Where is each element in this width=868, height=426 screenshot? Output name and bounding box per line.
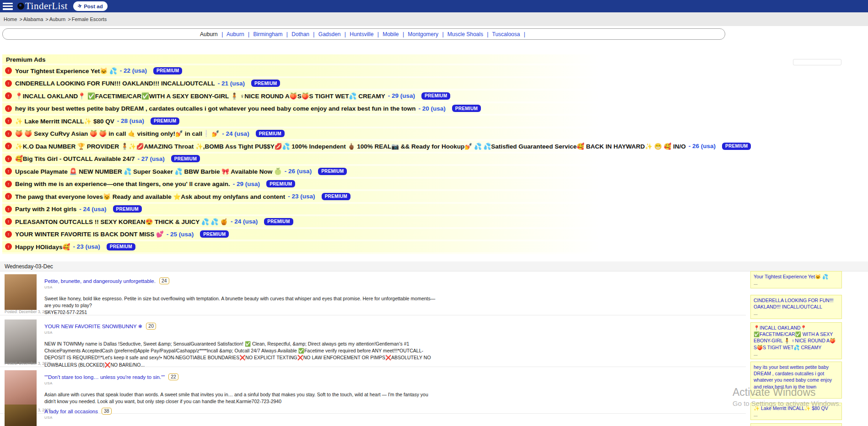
listing-title-link[interactable]: “"Don't stare too long… unless you're re… xyxy=(44,374,165,380)
brand-name: TinderList xyxy=(25,0,68,12)
sidebar-premium-link[interactable]: 📍INCALL OAKLAND📍 ✅FACETIME/CAR✅ WITH A S… xyxy=(754,325,839,351)
listing-thumbnail[interactable] xyxy=(5,320,37,364)
city-link[interactable]: Auburn xyxy=(226,31,244,37)
premium-ad-link[interactable]: The pawg that everyone loves😼 Ready and … xyxy=(15,193,285,200)
city-link[interactable]: Montgomery xyxy=(408,31,438,37)
premium-ad-row: ↑ Upscale Playmate 🚨 NEW NUMBER 💦 Super … xyxy=(2,166,731,179)
premium-badge: PREMIUM xyxy=(318,168,347,175)
date-header: Wednesday-03-Dec xyxy=(5,263,53,270)
city-link[interactable]: Muscle Shoals xyxy=(447,31,483,37)
brand-logo[interactable]: TinderList xyxy=(17,0,68,12)
bump-up-icon: ↑ xyxy=(5,155,12,162)
premium-ads-section: Premium Ads ↑ Your Tightest Experience Y… xyxy=(2,54,731,254)
sidebar-premium-box: CINDERELLA LOOKING FOR FUN!!! OAKLAND!!!… xyxy=(750,295,842,319)
premium-ad-age: - 23 (usa) xyxy=(73,243,100,250)
menu-icon[interactable] xyxy=(3,3,13,10)
listing-body: A lady for all occasions 38 USA xyxy=(44,404,746,420)
premium-ad-link[interactable]: Your Tightest Experience Yet🐱 💦 xyxy=(15,67,117,75)
listing-thumbnail[interactable] xyxy=(5,405,37,426)
sidebar-premium-link[interactable]: Your Tightest Experience Yet🐱 💦 xyxy=(754,273,839,280)
breadcrumb-link[interactable]: Alabama xyxy=(23,16,43,22)
post-ad-button[interactable]: ✈ Post ad xyxy=(73,1,108,11)
sidebar-premium-box xyxy=(750,423,842,426)
listing-title-link[interactable]: Petite, brunette, and dangerously unforg… xyxy=(44,278,156,284)
sidebar-more-dots: ... xyxy=(754,411,839,418)
listing-row: Petite, brunette, and dangerously unforg… xyxy=(0,273,746,315)
bump-up-icon: ↑ xyxy=(5,193,12,200)
bump-up-icon: ↑ xyxy=(5,105,12,112)
city-item: Tuscaloosa | xyxy=(492,31,528,37)
sidebar-more-dots: ... xyxy=(754,390,839,396)
listing-phone: SKYE702-577-2251 xyxy=(44,309,438,316)
listing-title-link[interactable]: A lady for all occasions xyxy=(44,409,98,414)
city-link[interactable]: Mobile xyxy=(383,31,399,37)
breadcrumb-link[interactable]: Auburn xyxy=(49,16,65,22)
listing-country: USA xyxy=(44,330,746,335)
bump-up-icon: ↑ xyxy=(5,218,12,225)
city-link[interactable]: Tuscaloosa xyxy=(492,31,520,37)
premium-badge: PREMIUM xyxy=(200,230,229,238)
city-separator: | xyxy=(377,31,379,37)
listing-country: USA xyxy=(44,381,746,385)
breadcrumb-link[interactable]: Female Escorts xyxy=(72,16,107,22)
sidebar-premium-box: hey its your best wettes petite baby DRE… xyxy=(750,362,842,399)
city-item: Montgomery | xyxy=(408,31,447,37)
premium-ad-link[interactable]: ✨K.O Daa NUMBER 🏆 PROVIDER 🧍🏾✨💋AMAZING T… xyxy=(15,143,686,150)
premium-ad-link[interactable]: Party with 2 Hot girls xyxy=(15,206,76,213)
city-link[interactable]: Birmingham xyxy=(253,31,282,37)
premium-badge: PREMIUM xyxy=(722,143,751,150)
city-item: Dothan | xyxy=(291,31,318,37)
breadcrumb-link[interactable]: Home xyxy=(4,16,17,22)
city-link[interactable]: Auburn xyxy=(200,31,218,37)
bump-up-icon: ↑ xyxy=(5,168,12,175)
city-separator: | xyxy=(286,31,288,37)
premium-ad-row: ↑ PLEASANTON OUTCALLS !! SEXY KOREAN😍 TH… xyxy=(2,216,731,229)
premium-badge: PREMIUM xyxy=(153,67,182,75)
premium-ad-row: ↑ 🥰Big Tits Girl - OUTCALL Available 24/… xyxy=(2,154,731,166)
premium-ad-link[interactable]: hey its your best wettes petite baby DRE… xyxy=(15,105,415,112)
city-link[interactable]: Dothan xyxy=(291,31,309,37)
listing-thumbnail[interactable] xyxy=(5,274,37,310)
listing-title-link[interactable]: YOUR NEW FAVORITE SNOWBUNNY ❄ xyxy=(44,323,142,330)
premium-ad-row: ↑ The pawg that everyone loves😼 Ready an… xyxy=(2,191,731,204)
breadcrumb-item: Auburn > xyxy=(49,16,72,22)
breadcrumb-item: Alabama > xyxy=(23,16,49,22)
post-ad-label: Post ad xyxy=(84,4,103,9)
sidebar-more-dots: ... xyxy=(754,280,839,286)
sidebar-premium-box: ✨ Lake Merritt INCALL✨ $80 QV ... xyxy=(750,403,842,420)
city-item: Auburn | xyxy=(200,31,226,37)
city-item: Huntsville | xyxy=(350,31,383,37)
premium-ad-link[interactable]: 🥰Big Tits Girl - OUTCALL Available 24/7 xyxy=(15,155,135,162)
premium-ad-link[interactable]: Being with me is an experience—one that … xyxy=(15,181,230,187)
premium-badge: PREMIUM xyxy=(421,92,450,100)
premium-ad-row: ↑ CINDERELLA LOOKING FOR FUN!!! OAKLAND!… xyxy=(2,78,731,91)
premium-badge: PREMIUM xyxy=(322,193,350,200)
premium-ad-link[interactable]: 📍INCALL OAKLAND📍 ✅FACETIME/CAR✅WITH A SE… xyxy=(15,92,385,100)
premium-ad-row: ↑ 📍INCALL OAKLAND📍 ✅FACETIME/CAR✅WITH A … xyxy=(2,91,731,103)
sidebar-more-dots: ... xyxy=(754,310,839,316)
premium-ads-list: ↑ Your Tightest Experience Yet🐱 💦 - 22 (… xyxy=(2,65,731,254)
city-link[interactable]: Gadsden xyxy=(318,31,341,37)
sidebar-premium-link[interactable]: CINDERELLA LOOKING FOR FUN!!! OAKLAND!!!… xyxy=(754,297,839,310)
premium-ad-link[interactable]: 🍑 🍑 Sexy CuRvy Asian 🍑 🍑 in call 🤙 visit… xyxy=(15,130,219,137)
premium-ad-age: - 24 (usa) xyxy=(222,130,249,137)
ad-placeholder-box xyxy=(793,59,841,65)
sidebar-premium-link[interactable]: ✨ Lake Merritt INCALL✨ $80 QV xyxy=(754,405,839,411)
premium-badge: PREMIUM xyxy=(256,130,285,137)
premium-ad-link[interactable]: YOUR WINTER FAVORITE IS BACK DONT MISS 💕 xyxy=(15,230,164,238)
premium-ad-link[interactable]: ✨ Lake Merritt INCALL✨ $80 QV xyxy=(15,117,114,125)
sidebar-premium-box: 📍INCALL OAKLAND📍 ✅FACETIME/CAR✅ WITH A S… xyxy=(750,322,842,359)
premium-ad-link[interactable]: Upscale Playmate 🚨 NEW NUMBER 💦 Super So… xyxy=(15,168,282,175)
listing-description: NEW IN TOWNMy name is Dallas !Seductive,… xyxy=(44,341,438,368)
premium-ad-row: ↑ hey its your best wettes petite baby D… xyxy=(2,103,731,116)
premium-ad-link[interactable]: CINDERELLA LOOKING FOR FUN!!! OAKLAND!!!… xyxy=(15,80,215,87)
premium-ad-link[interactable]: PLEASANTON OUTCALLS !! SEXY KOREAN😍 THIC… xyxy=(15,218,228,225)
city-link[interactable]: Huntsville xyxy=(350,31,373,37)
listing-country: USA xyxy=(44,285,746,289)
premium-ad-link[interactable]: Happy HOlidays🥰 xyxy=(15,243,70,250)
sidebar-premium-link[interactable]: hey its your best wettes petite baby DRE… xyxy=(754,364,839,390)
premium-badge: PREMIUM xyxy=(452,105,481,112)
premium-ad-row: ↑ ✨ Lake Merritt INCALL✨ $80 QV - 28 (us… xyxy=(2,116,731,128)
sidebar-more-dots: ... xyxy=(754,351,839,357)
city-item: Birmingham | xyxy=(253,31,291,37)
